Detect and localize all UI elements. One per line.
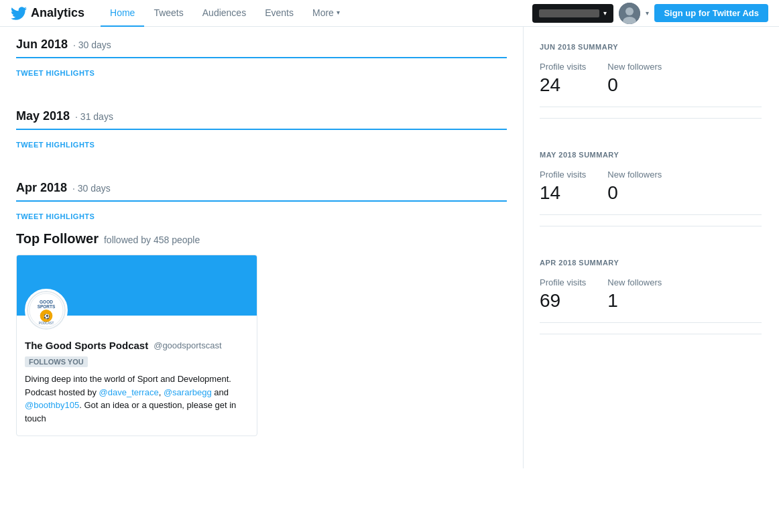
right-panel: JUN 2018 SUMMARY Profile visits 24 New f…	[523, 27, 778, 468]
may-profile-visits: Profile visits 14	[540, 170, 586, 204]
jun-new-followers-label: New followers	[607, 62, 662, 72]
left-panel: Jun 2018 · 30 days TWEET HIGHLIGHTS May …	[0, 27, 523, 468]
jun-stat-divider	[540, 107, 762, 107]
follows-you-badge: FOLLOWS YOU	[25, 356, 88, 367]
jun-summary-stats: Profile visits 24 New followers 0	[540, 62, 762, 96]
main-nav: Home Tweets Audiences Events More ▾	[101, 0, 532, 27]
svg-text:GOOD: GOOD	[40, 300, 53, 304]
jun-divider	[16, 57, 507, 58]
svg-text:SPORTS: SPORTS	[38, 304, 56, 309]
brand-name: Analytics	[31, 6, 84, 20]
bio-link-dave[interactable]: @dave_terrace	[99, 387, 159, 397]
may-new-followers: New followers 0	[607, 170, 662, 204]
apr-2018-section: Apr 2018 · 30 days TWEET HIGHLIGHTS Top …	[16, 181, 507, 436]
jun-month-days: 30 days	[78, 40, 111, 50]
may-stat-divider	[540, 214, 762, 215]
jun-profile-visits: Profile visits 24	[540, 62, 586, 96]
jun-profile-visits-label: Profile visits	[540, 62, 586, 72]
svg-text:⚽: ⚽	[44, 314, 50, 320]
jun-month-header: Jun 2018 · 30 days	[16, 38, 507, 52]
avatar-caret-icon: ▾	[646, 9, 649, 17]
apr-new-followers: New followers 1	[607, 277, 662, 312]
nav-more[interactable]: More ▾	[303, 0, 349, 27]
follower-name-row: The Good Sports Podcast @goodsportscast …	[25, 340, 249, 367]
may-month-days: 31 days	[80, 111, 113, 122]
top-follower-section: Top Follower followed by 458 people	[16, 231, 507, 436]
jun-month-title: Jun 2018	[16, 38, 68, 52]
signup-button[interactable]: Sign up for Twitter Ads	[654, 4, 768, 22]
may-profile-visits-label: Profile visits	[540, 170, 586, 180]
apr-month-header: Apr 2018 · 30 days	[16, 181, 507, 195]
bio-link-boothby[interactable]: @boothby105	[25, 400, 79, 410]
apr-stat-divider	[540, 322, 762, 323]
follower-name: The Good Sports Podcast	[25, 340, 148, 351]
nav-events[interactable]: Events	[255, 0, 303, 27]
follower-avatar: GOOD SPORTS ⚽ PODCAST	[25, 289, 68, 332]
svg-point-1	[625, 7, 634, 15]
follower-info: GOOD SPORTS ⚽ PODCAST The Good Sport	[17, 316, 257, 436]
jun-highlights-label: TWEET HIGHLIGHTS	[16, 69, 507, 77]
apr-summary-title: APR 2018 SUMMARY	[540, 259, 762, 267]
nav-audiences[interactable]: Audiences	[193, 0, 255, 27]
header-right: ▾ ▾ Sign up for Twitter Ads	[532, 3, 768, 24]
header: Analytics Home Tweets Audiences Events M…	[0, 0, 779, 27]
apr-profile-visits-value: 69	[540, 290, 586, 312]
apr-summary-stats: Profile visits 69 New followers 1	[540, 277, 762, 312]
logo-area: Analytics	[11, 6, 84, 20]
may-highlights-label: TWEET HIGHLIGHTS	[16, 141, 507, 149]
jun-profile-visits-value: 24	[540, 74, 586, 96]
account-caret-icon: ▾	[603, 9, 607, 17]
may-divider	[16, 129, 507, 130]
may-summary: MAY 2018 SUMMARY Profile visits 14 New f…	[540, 151, 762, 226]
follower-card: GOOD SPORTS ⚽ PODCAST The Good Sport	[16, 255, 257, 436]
jun-summary-title: JUN 2018 SUMMARY	[540, 43, 762, 51]
apr-new-followers-value: 1	[607, 290, 662, 312]
may-new-followers-value: 0	[607, 182, 662, 204]
apr-profile-visits-label: Profile visits	[540, 277, 586, 287]
follower-bio: Diving deep into the world of Sport and …	[25, 373, 249, 425]
may-summary-stats: Profile visits 14 New followers 0	[540, 170, 762, 204]
top-follower-subtext: followed by 458 people	[104, 235, 200, 245]
account-selector[interactable]: ▾	[532, 4, 613, 23]
apr-month-days: 30 days	[78, 183, 111, 194]
apr-month-title: Apr 2018	[16, 181, 67, 195]
avatar-button[interactable]	[619, 3, 640, 24]
apr-profile-visits: Profile visits 69	[540, 277, 586, 312]
bio-link-sara[interactable]: @sararbegg	[164, 387, 212, 397]
apr-divider	[16, 200, 507, 202]
chevron-down-icon: ▾	[337, 9, 340, 16]
main-content: Jun 2018 · 30 days TWEET HIGHLIGHTS May …	[0, 27, 779, 468]
may-month-header: May 2018 · 31 days	[16, 109, 507, 123]
jun-new-followers: New followers 0	[607, 62, 662, 96]
svg-text:PODCAST: PODCAST	[39, 322, 54, 325]
may-profile-visits-value: 14	[540, 182, 586, 204]
nav-tweets[interactable]: Tweets	[144, 0, 192, 27]
jun-summary: JUN 2018 SUMMARY Profile visits 24 New f…	[540, 43, 762, 119]
apr-new-followers-label: New followers	[607, 277, 662, 287]
twitter-bird-icon	[11, 7, 27, 20]
nav-home[interactable]: Home	[101, 0, 144, 27]
may-2018-section: May 2018 · 31 days TWEET HIGHLIGHTS	[16, 109, 507, 149]
may-month-title: May 2018	[16, 109, 70, 123]
top-follower-heading: Top Follower followed by 458 people	[16, 231, 507, 247]
may-summary-title: MAY 2018 SUMMARY	[540, 151, 762, 159]
jun-2018-section: Jun 2018 · 30 days TWEET HIGHLIGHTS	[16, 38, 507, 77]
apr-highlights-label: TWEET HIGHLIGHTS	[16, 212, 507, 220]
jun-new-followers-value: 0	[607, 74, 662, 96]
apr-summary: APR 2018 SUMMARY Profile visits 69 New f…	[540, 259, 762, 334]
may-new-followers-label: New followers	[607, 170, 662, 180]
follower-handle: @goodsportscast	[154, 340, 221, 350]
